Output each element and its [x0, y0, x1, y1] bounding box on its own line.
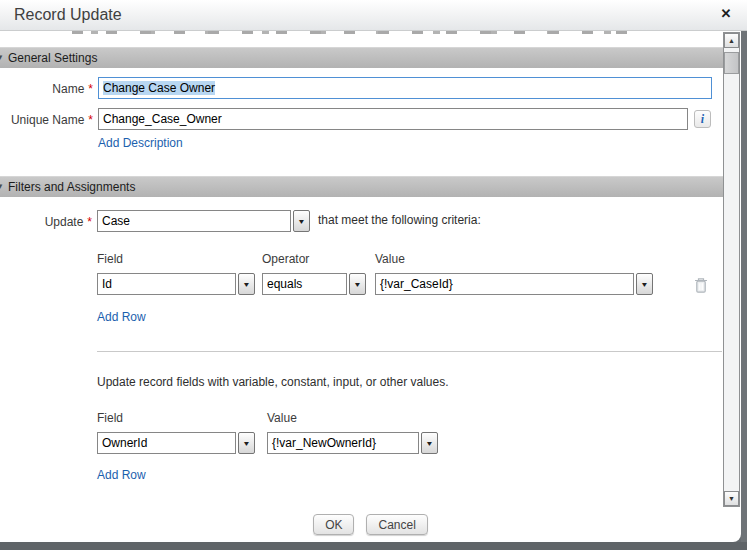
dialog-titlebar: Record Update ✕: [0, 0, 747, 31]
record-update-dialog: Record Update ✕ ▼ General Settings Name*…: [0, 0, 747, 550]
assignment-instruction: Update record fields with variable, cons…: [97, 375, 449, 389]
filter-operator-dropdown-button[interactable]: ▼: [349, 273, 366, 295]
filter-value-input[interactable]: {!var_CaseId}: [375, 273, 634, 295]
required-asterisk: *: [88, 82, 93, 96]
chevron-down-icon: ▼: [242, 440, 250, 447]
add-description-link[interactable]: Add Description: [98, 136, 183, 150]
section-title: Filters and Assignments: [8, 180, 135, 194]
assignment-value-dropdown-button[interactable]: ▼: [421, 432, 438, 454]
ok-button[interactable]: OK: [313, 514, 354, 535]
assignment-column-header-value: Value: [267, 411, 297, 425]
filter-column-header-field: Field: [97, 252, 123, 266]
chevron-down-icon: ▼: [297, 218, 305, 225]
update-object-dropdown-button[interactable]: ▼: [293, 210, 310, 232]
clipped-scrolled-text: [72, 31, 634, 34]
chevron-down-icon: ▼: [242, 281, 250, 288]
info-button[interactable]: i: [694, 110, 711, 128]
dialog-footer: OK Cancel: [0, 514, 741, 535]
name-input-selected-text: Change Case Owner: [103, 81, 215, 95]
dialog-right-shadow: [741, 31, 747, 550]
vertical-scrollbar[interactable]: ▲ ▼: [723, 32, 740, 507]
scroll-up-button[interactable]: ▲: [724, 33, 739, 48]
name-label: Name*: [0, 80, 93, 98]
add-assignment-row-link[interactable]: Add Row: [97, 468, 146, 482]
page-title: Record Update: [14, 6, 122, 24]
assignment-field-input[interactable]: OwnerId: [97, 432, 236, 454]
filter-field-dropdown-button[interactable]: ▼: [238, 273, 255, 295]
scroll-up-icon: ▲: [728, 37, 735, 44]
close-button[interactable]: ✕: [717, 5, 735, 23]
collapse-icon: ▼: [0, 54, 4, 62]
chevron-down-icon: ▼: [640, 281, 648, 288]
section-header-filters-assignments[interactable]: ▼ Filters and Assignments: [0, 176, 723, 197]
cancel-button[interactable]: Cancel: [366, 514, 427, 535]
dialog-bottom-shadow: [0, 542, 747, 550]
required-asterisk: *: [88, 113, 93, 127]
unique-name-label: Unique Name*: [0, 111, 93, 129]
close-icon: ✕: [721, 6, 732, 21]
scroll-down-button[interactable]: ▼: [724, 491, 739, 506]
scroll-thumb[interactable]: [724, 52, 739, 74]
add-filter-row-link[interactable]: Add Row: [97, 310, 146, 324]
name-input[interactable]: Change Case Owner: [98, 77, 712, 99]
chevron-down-icon: ▼: [425, 440, 433, 447]
filter-column-header-value: Value: [375, 252, 405, 266]
dialog-panel: ▼ General Settings Name* Change Case Own…: [0, 31, 741, 542]
dialog-scroll-area: ▼ General Settings Name* Change Case Own…: [0, 31, 723, 507]
unique-name-input[interactable]: Change_Case_Owner: [98, 108, 688, 130]
info-icon: i: [701, 112, 704, 126]
filter-field-input[interactable]: Id: [97, 273, 236, 295]
criteria-suffix-text: that meet the following criteria:: [318, 213, 481, 227]
section-header-general-settings[interactable]: ▼ General Settings: [0, 47, 723, 68]
update-object-input[interactable]: Case: [97, 210, 291, 232]
section-title: General Settings: [8, 51, 97, 65]
assignment-field-dropdown-button[interactable]: ▼: [238, 432, 255, 454]
assignment-value-input[interactable]: {!var_NewOwnerId}: [267, 432, 419, 454]
required-asterisk: *: [87, 215, 92, 229]
filter-column-header-operator: Operator: [262, 252, 309, 266]
collapse-icon: ▼: [0, 183, 4, 191]
trash-icon: [693, 276, 709, 294]
assignment-column-header-field: Field: [97, 411, 123, 425]
filter-value-dropdown-button[interactable]: ▼: [636, 273, 653, 295]
delete-filter-row-button[interactable]: [693, 276, 709, 294]
filter-operator-input[interactable]: equals: [262, 273, 347, 295]
chevron-down-icon: ▼: [353, 281, 361, 288]
section-divider: [97, 351, 722, 352]
scroll-down-icon: ▼: [728, 495, 735, 502]
update-label: Update*: [0, 213, 92, 231]
